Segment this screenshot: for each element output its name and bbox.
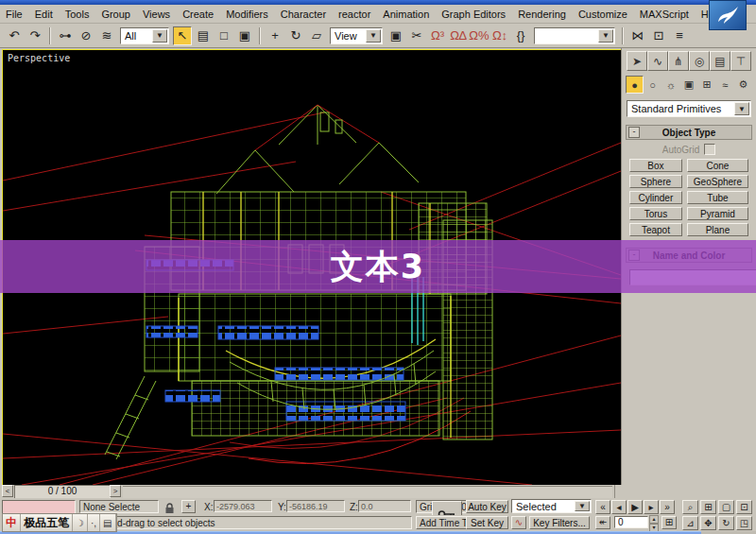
new-key-curve-icon[interactable]: ∿ [511, 516, 526, 529]
ime-softkeyboard-icon[interactable]: ▤ [100, 514, 115, 531]
prev-frame-button[interactable]: ◂ [611, 500, 627, 514]
menu-item[interactable]: Customize [578, 9, 627, 20]
z-coordinate-field[interactable]: 0.0 [358, 500, 411, 512]
ime-punctuation-toggle[interactable]: ·, [88, 514, 100, 531]
named-selection-sets-dropdown[interactable]: ▼ [534, 27, 615, 44]
field-of-view-icon[interactable]: ⊿ [682, 516, 698, 530]
cat-shapes-icon[interactable]: ○ [644, 76, 662, 94]
menu-item[interactable]: reactor [338, 9, 370, 20]
dropdown-arrow-icon[interactable]: ▼ [366, 29, 381, 43]
play-button[interactable]: ▶ [627, 500, 643, 514]
select-and-manipulate-icon[interactable]: ✂ [407, 26, 426, 45]
zoom-all-icon[interactable]: ⊞ [700, 500, 716, 514]
menu-item[interactable]: Animation [383, 9, 429, 20]
menu-item[interactable]: Rendering [518, 9, 566, 20]
primitive-button[interactable]: Tube [687, 191, 748, 204]
x-coordinate-field[interactable]: -2579.063 [214, 500, 272, 512]
primitive-button[interactable]: Pyramid [687, 207, 748, 220]
frame-spinner[interactable]: ▴▾ [649, 515, 659, 529]
key-filters-button[interactable]: Key Filters... [529, 516, 590, 529]
menu-item[interactable]: Graph Editors [441, 9, 506, 20]
time-slider[interactable]: 0 / 100 [14, 485, 111, 499]
menu-item[interactable]: Edit [35, 9, 53, 20]
goto-end-button[interactable]: » [660, 500, 675, 514]
tab-modify-icon[interactable]: ∿ [647, 51, 668, 71]
primitive-button[interactable]: Cylinder [629, 191, 682, 204]
primitive-button[interactable]: Teapot [629, 223, 682, 236]
ime-fullhalf-moon-icon[interactable]: ☽ [73, 514, 88, 531]
primitive-button[interactable]: Sphere [629, 175, 682, 188]
current-frame-field[interactable] [614, 516, 648, 528]
arc-rotate-icon[interactable]: ↻ [718, 516, 734, 530]
track-bar[interactable] [123, 486, 612, 498]
y-coordinate-field[interactable]: -56186.19 [286, 500, 345, 512]
undo-icon[interactable]: ↶ [5, 26, 24, 45]
zoom-extents-all-icon[interactable]: ⊡ [736, 500, 752, 514]
zoom-icon[interactable]: ⌕ [682, 500, 698, 514]
select-and-rotate-icon[interactable]: ↻ [286, 26, 305, 45]
time-prev-button[interactable]: < [2, 485, 13, 497]
primitive-button[interactable]: Cone [687, 159, 748, 172]
tab-hierarchy-icon[interactable]: ⋔ [668, 51, 689, 71]
dropdown-arrow-icon[interactable]: ▼ [575, 501, 590, 511]
use-pivot-center-icon[interactable]: ▣ [387, 26, 405, 45]
select-by-name-icon[interactable]: ▤ [194, 26, 213, 45]
bind-to-space-warp-icon[interactable]: ≋ [97, 26, 116, 45]
selection-region-icon[interactable]: □ [215, 26, 233, 45]
window-crossing-icon[interactable]: ▣ [235, 26, 254, 45]
autogrid-checkbox[interactable] [704, 144, 715, 155]
tab-utilities-icon[interactable]: ⊤ [730, 51, 751, 71]
object-type-rollout[interactable]: - Object Type [626, 125, 752, 140]
key-mode-toggle[interactable]: ↞ [595, 516, 610, 529]
mirror-icon[interactable]: ⋈ [628, 26, 647, 45]
dropdown-arrow-icon[interactable]: ▼ [734, 102, 749, 115]
angle-snap-icon[interactable]: Ω∆ [449, 26, 468, 45]
menu-item[interactable]: Tools [65, 9, 90, 20]
unlink-selection-icon[interactable]: ⊘ [77, 26, 95, 45]
tab-motion-icon[interactable]: ◎ [689, 51, 710, 71]
percent-snap-icon[interactable]: Ω% [470, 26, 489, 45]
ime-name-label[interactable]: 极品五笔 [21, 514, 73, 531]
selection-filter-dropdown[interactable]: All ▼ [120, 27, 169, 44]
absolute-offset-toggle[interactable]: + [181, 500, 196, 513]
set-key-button[interactable]: Set Key [466, 516, 508, 529]
primitive-button[interactable]: Plane [687, 223, 748, 236]
rollout-collapse-icon[interactable]: - [628, 127, 640, 138]
auto-key-button[interactable]: Auto Key [466, 500, 508, 513]
time-configuration-button[interactable]: ⊞ [662, 516, 677, 529]
menu-item[interactable]: Group [101, 9, 130, 20]
tab-create-icon[interactable]: ➤ [627, 51, 647, 71]
cat-helpers-icon[interactable]: ⊞ [698, 76, 716, 94]
zoom-extents-icon[interactable]: ▢ [718, 500, 734, 514]
goto-start-button[interactable]: « [595, 500, 610, 514]
menu-item[interactable]: Create [182, 9, 214, 20]
cat-lights-icon[interactable]: ☼ [662, 76, 679, 94]
primitive-button[interactable]: GeoSphere [687, 175, 748, 188]
tab-display-icon[interactable]: ▤ [710, 51, 730, 71]
select-and-move-icon[interactable]: + [266, 26, 284, 45]
redo-icon[interactable]: ↷ [26, 26, 44, 45]
primitives-category-dropdown[interactable]: Standard Primitives ▼ [627, 100, 751, 117]
cat-systems-icon[interactable]: ⚙ [734, 76, 752, 94]
dropdown-arrow-icon[interactable]: ▼ [598, 29, 613, 43]
time-next-button[interactable]: > [110, 485, 121, 497]
cat-geometry-icon[interactable]: ● [626, 76, 644, 94]
select-and-link-icon[interactable]: ⊶ [56, 26, 75, 45]
snap-toggle-3-icon[interactable]: Ω³ [428, 26, 447, 45]
align-icon[interactable]: ⊡ [649, 26, 668, 45]
layer-manager-icon[interactable]: ≡ [670, 26, 689, 45]
cat-cameras-icon[interactable]: ▣ [679, 76, 697, 94]
select-object-icon[interactable]: ↖ [173, 26, 192, 45]
min-max-toggle-icon[interactable]: ◳ [736, 516, 752, 530]
menu-item[interactable]: Character [281, 9, 326, 20]
dropdown-arrow-icon[interactable]: ▼ [152, 29, 167, 43]
maxthon-bird-icon[interactable] [709, 0, 747, 30]
menu-item[interactable]: Modifiers [226, 9, 268, 20]
selection-set-dropdown[interactable]: Selected ▼ [511, 499, 592, 513]
cat-spacewarps-icon[interactable]: ≈ [716, 76, 734, 94]
edit-named-selections-icon[interactable]: {} [511, 26, 530, 45]
reference-coordinate-dropdown[interactable]: View ▼ [330, 27, 383, 44]
menu-item[interactable]: Views [143, 9, 170, 20]
select-and-scale-icon[interactable]: ▱ [307, 26, 326, 45]
menu-item[interactable]: MAXScript [640, 9, 689, 20]
